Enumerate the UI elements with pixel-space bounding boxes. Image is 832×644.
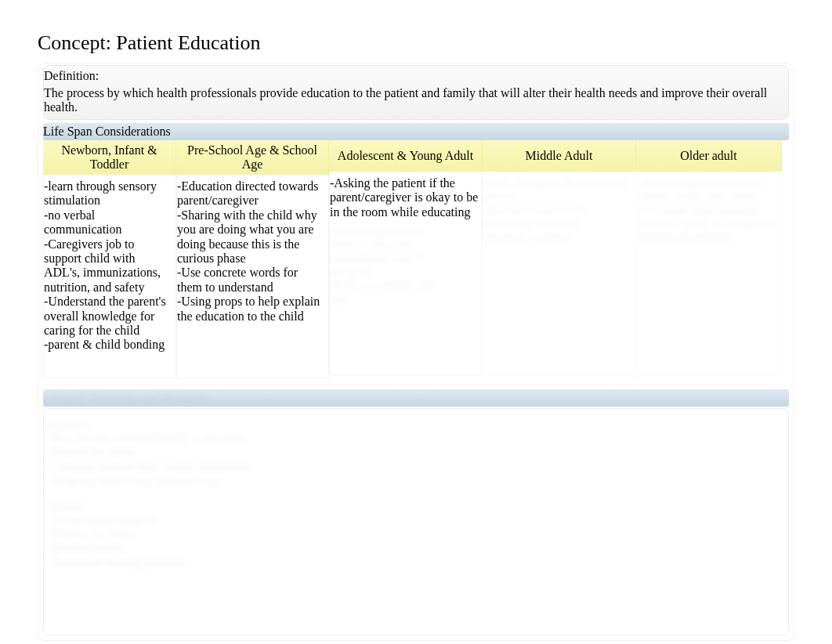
- culture-block-2: African: -Strong family support -Respect…: [47, 498, 785, 569]
- lifespan-table: Newborn, Infant & Toddler -learn through…: [43, 140, 789, 378]
- culture-block-1: Hispanic: -May involve extended family i…: [47, 417, 785, 487]
- col-body-blur: -Explaining in more detail so they can c…: [330, 219, 482, 310]
- culture-section-header: Cultural, Ethnicity, and Religion:: [43, 389, 789, 407]
- lifespan-col-older-adult: Older adult -Assess cognitive function -…: [636, 140, 782, 378]
- col-body-blur: -Assess cognitive function -Speak slowly…: [636, 172, 782, 375]
- col-header: Older adult: [636, 140, 782, 172]
- definition-label: Definition:: [44, 69, 788, 85]
- definition-text: The process by which health professional…: [44, 85, 788, 114]
- page-title: Concept: Patient Education: [38, 31, 794, 55]
- lifespan-col-preschool: Pre-School Age & School Age -Education d…: [176, 140, 329, 378]
- col-body: -Asking the patient if the parent/caregi…: [329, 172, 483, 375]
- col-body: -Education directed towards parent/careg…: [176, 175, 329, 378]
- culture-section-header-text: Cultural, Ethnicity, and Religion:: [43, 391, 210, 404]
- definition-box: Definition: The process by which health …: [43, 65, 789, 120]
- culture-box: Hispanic: -May involve extended family i…: [43, 408, 789, 635]
- col-header: Pre-School Age & School Age: [176, 140, 329, 175]
- lifespan-col-middle-adult: Middle Adult -Fully engage in the educat…: [483, 140, 636, 378]
- col-body-clear: -Asking the patient if the parent/caregi…: [330, 172, 482, 219]
- col-header: Middle Adult: [483, 140, 636, 172]
- col-header: Adolescent & Young Adult: [329, 140, 483, 172]
- col-body-blur: -Fully engage in the education process -…: [483, 172, 636, 375]
- content-container: Definition: The process by which health …: [38, 63, 794, 641]
- lifespan-section-header: Life Span Considerations: [43, 123, 789, 140]
- lifespan-col-newborn: Newborn, Infant & Toddler -learn through…: [43, 140, 176, 378]
- lifespan-col-adolescent: Adolescent & Young Adult -Asking the pat…: [329, 140, 483, 378]
- col-body: -learn through sensory stimulation -no v…: [43, 175, 176, 378]
- col-header: Newborn, Infant & Toddler: [43, 140, 176, 175]
